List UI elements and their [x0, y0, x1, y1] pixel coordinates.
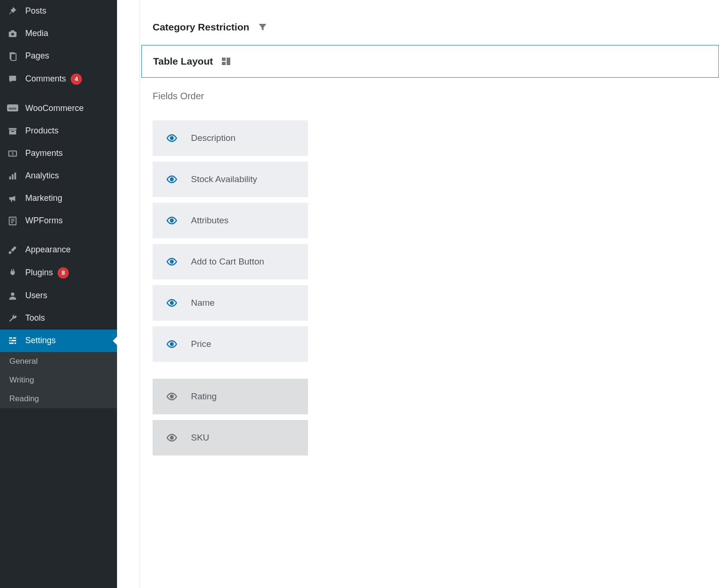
- svg-rect-26: [15, 342, 16, 344]
- sidebar-separator: [0, 91, 117, 97]
- settings-icon: [7, 336, 19, 346]
- svg-point-37: [170, 436, 173, 439]
- svg-rect-21: [9, 337, 12, 338]
- sidebar-item-appearance[interactable]: Appearance: [0, 239, 117, 261]
- field-stock-availability[interactable]: Stock Availability: [153, 162, 308, 197]
- sidebar-item-label: Users: [25, 291, 47, 301]
- svg-rect-22: [13, 337, 16, 338]
- comment-icon: [7, 74, 19, 84]
- sidebar-item-label: WPForms: [25, 216, 63, 226]
- users-icon: [7, 291, 19, 301]
- sidebar-item-label: Comments: [25, 74, 66, 84]
- sidebar-item-woocommerce[interactable]: woo WooCommerce: [0, 97, 117, 120]
- eye-icon[interactable]: [166, 297, 178, 309]
- sidebar-item-label: Products: [25, 126, 59, 136]
- sidebar-item-pages[interactable]: Pages: [0, 45, 117, 67]
- svg-rect-23: [9, 340, 11, 341]
- field-sku[interactable]: SKU: [153, 420, 308, 456]
- sidebar-item-label: Marketing: [25, 193, 62, 204]
- svg-rect-15: [15, 172, 16, 179]
- submenu-item-general[interactable]: General: [0, 352, 117, 371]
- field-attributes[interactable]: Attributes: [153, 203, 308, 238]
- admin-sidebar: Posts Media Pages Comments 4 woo WooComm…: [0, 0, 117, 588]
- sidebar-item-label: Analytics: [25, 171, 59, 181]
- eye-icon[interactable]: [166, 256, 178, 267]
- svg-rect-27: [222, 58, 226, 61]
- submenu-item-reading[interactable]: Reading: [0, 390, 117, 408]
- field-label: Description: [191, 133, 235, 143]
- sidebar-item-settings[interactable]: Settings: [0, 330, 117, 352]
- svg-point-35: [170, 343, 173, 345]
- field-rating[interactable]: Rating: [153, 379, 308, 414]
- eye-icon[interactable]: [166, 174, 178, 185]
- svg-text:$: $: [12, 151, 14, 155]
- field-label: Attributes: [191, 215, 228, 226]
- eye-icon[interactable]: [166, 338, 178, 350]
- sidebar-item-payments[interactable]: $ Payments: [0, 142, 117, 165]
- field-label: SKU: [191, 433, 209, 443]
- fields-order-heading: Fields Order: [153, 91, 719, 102]
- field-add-to-cart-button[interactable]: Add to Cart Button: [153, 244, 308, 279]
- analytics-icon: [7, 171, 19, 181]
- sidebar-item-label: Settings: [25, 336, 56, 346]
- sidebar-item-analytics[interactable]: Analytics: [0, 165, 117, 187]
- section-table-layout[interactable]: Table Layout: [141, 45, 719, 78]
- eye-icon[interactable]: [166, 132, 178, 144]
- camera-icon: [7, 29, 19, 39]
- sidebar-item-label: Pages: [25, 51, 49, 61]
- eye-icon[interactable]: [166, 215, 178, 226]
- megaphone-icon: [7, 193, 19, 204]
- comments-badge: 4: [71, 74, 82, 85]
- fields-order-list: Description Stock Availability Attribute…: [153, 120, 308, 456]
- plugin-icon: [7, 268, 19, 278]
- sidebar-item-media[interactable]: Media: [0, 22, 117, 45]
- svg-rect-28: [222, 62, 226, 65]
- eye-icon[interactable]: [166, 391, 178, 402]
- sidebar-item-tools[interactable]: Tools: [0, 307, 117, 330]
- field-label: Name: [191, 298, 215, 308]
- svg-rect-8: [9, 128, 17, 130]
- tools-icon: [7, 313, 19, 323]
- svg-rect-13: [9, 176, 11, 179]
- field-description[interactable]: Description: [153, 120, 308, 156]
- payments-icon: $: [7, 148, 19, 159]
- svg-point-20: [11, 292, 14, 295]
- field-price[interactable]: Price: [153, 326, 308, 362]
- woo-icon: woo: [7, 104, 19, 113]
- sidebar-item-plugins[interactable]: Plugins 8: [0, 261, 117, 285]
- svg-point-32: [170, 219, 173, 222]
- archive-icon: [7, 126, 19, 136]
- sidebar-item-comments[interactable]: Comments 4: [0, 67, 117, 91]
- brush-icon: [7, 245, 19, 255]
- svg-point-31: [170, 178, 173, 181]
- svg-point-1: [11, 33, 14, 36]
- sidebar-item-label: Appearance: [25, 245, 71, 255]
- sidebar-item-posts[interactable]: Posts: [0, 0, 117, 22]
- section-category-restriction[interactable]: Category Restriction: [153, 11, 719, 43]
- svg-point-36: [170, 395, 173, 398]
- eye-icon[interactable]: [166, 432, 178, 443]
- sidebar-item-users[interactable]: Users: [0, 285, 117, 307]
- field-label: Add to Cart Button: [191, 257, 264, 267]
- filter-icon: [257, 22, 268, 33]
- sidebar-item-label: Tools: [25, 313, 45, 323]
- section-title: Table Layout: [153, 56, 213, 67]
- section-title: Category Restriction: [153, 22, 249, 33]
- sidebar-item-wpforms[interactable]: WPForms: [0, 210, 117, 232]
- main-content: Category Restriction Table Layout Fields…: [117, 0, 719, 588]
- svg-point-34: [170, 301, 173, 304]
- submenu-item-writing[interactable]: Writing: [0, 371, 117, 390]
- pin-icon: [7, 6, 19, 16]
- layout-icon: [220, 56, 232, 67]
- sidebar-item-products[interactable]: Products: [0, 120, 117, 142]
- svg-rect-24: [11, 340, 16, 341]
- field-label: Rating: [191, 391, 217, 402]
- svg-point-33: [170, 260, 173, 263]
- plugins-badge: 8: [58, 267, 69, 279]
- sidebar-item-marketing[interactable]: Marketing: [0, 187, 117, 210]
- pages-icon: [7, 51, 19, 61]
- svg-rect-25: [9, 342, 14, 344]
- field-name[interactable]: Name: [153, 285, 308, 321]
- settings-submenu: General Writing Reading: [0, 352, 117, 408]
- fields-group-gap: [153, 368, 308, 373]
